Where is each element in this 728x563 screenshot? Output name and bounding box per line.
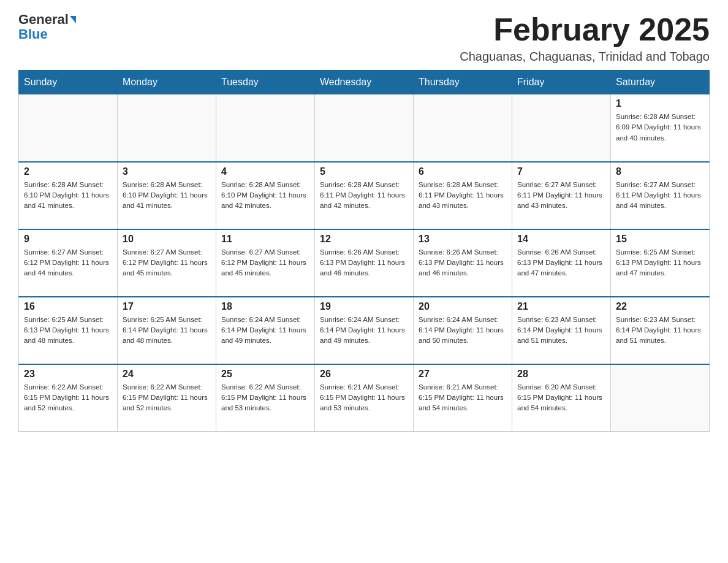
weekday-header: Tuesday — [216, 71, 315, 94]
day-info: Sunrise: 6:21 AM Sunset: 6:15 PM Dayligh… — [419, 382, 507, 414]
calendar-day-cell — [216, 94, 315, 162]
day-info: Sunrise: 6:28 AM Sunset: 6:11 PM Dayligh… — [320, 180, 408, 212]
day-info: Sunrise: 6:23 AM Sunset: 6:14 PM Dayligh… — [616, 315, 704, 347]
logo-blue-text: Blue — [18, 26, 48, 42]
weekday-header: Sunday — [19, 71, 118, 94]
day-info: Sunrise: 6:27 AM Sunset: 6:11 PM Dayligh… — [517, 180, 605, 212]
day-number: 24 — [123, 369, 211, 380]
weekday-header: Monday — [118, 71, 216, 94]
calendar-day-cell — [315, 94, 414, 162]
day-info: Sunrise: 6:28 AM Sunset: 6:11 PM Dayligh… — [419, 180, 507, 212]
day-number: 20 — [419, 301, 507, 312]
day-info: Sunrise: 6:28 AM Sunset: 6:09 PM Dayligh… — [616, 112, 704, 144]
day-info: Sunrise: 6:22 AM Sunset: 6:15 PM Dayligh… — [123, 382, 211, 414]
calendar-day-cell: 26Sunrise: 6:21 AM Sunset: 6:15 PM Dayli… — [315, 364, 414, 432]
logo-general-text: General — [18, 12, 69, 27]
calendar-table: SundayMondayTuesdayWednesdayThursdayFrid… — [18, 70, 710, 432]
calendar-header-row: SundayMondayTuesdayWednesdayThursdayFrid… — [19, 71, 710, 94]
day-number: 1 — [616, 98, 704, 109]
calendar-day-cell — [118, 94, 216, 162]
day-number: 16 — [24, 301, 112, 312]
calendar-day-cell — [414, 94, 512, 162]
day-info: Sunrise: 6:26 AM Sunset: 6:13 PM Dayligh… — [517, 247, 605, 279]
calendar-day-cell: 11Sunrise: 6:27 AM Sunset: 6:12 PM Dayli… — [216, 229, 315, 297]
day-number: 27 — [419, 369, 507, 380]
calendar-day-cell: 19Sunrise: 6:24 AM Sunset: 6:14 PM Dayli… — [315, 297, 414, 364]
day-number: 26 — [320, 369, 408, 380]
day-number: 25 — [221, 369, 309, 380]
day-number: 14 — [517, 234, 605, 245]
day-info: Sunrise: 6:24 AM Sunset: 6:14 PM Dayligh… — [419, 315, 507, 347]
logo-arrow-icon — [70, 16, 76, 23]
calendar-week-row: 2Sunrise: 6:28 AM Sunset: 6:10 PM Daylig… — [19, 162, 710, 229]
calendar-day-cell: 3Sunrise: 6:28 AM Sunset: 6:10 PM Daylig… — [118, 162, 216, 229]
calendar-day-cell: 8Sunrise: 6:27 AM Sunset: 6:11 PM Daylig… — [611, 162, 710, 229]
day-info: Sunrise: 6:25 AM Sunset: 6:13 PM Dayligh… — [616, 247, 704, 279]
day-info: Sunrise: 6:27 AM Sunset: 6:12 PM Dayligh… — [24, 247, 112, 279]
calendar-week-row: 1Sunrise: 6:28 AM Sunset: 6:09 PM Daylig… — [19, 94, 710, 162]
day-info: Sunrise: 6:26 AM Sunset: 6:13 PM Dayligh… — [419, 247, 507, 279]
day-number: 11 — [221, 234, 309, 245]
calendar-day-cell: 17Sunrise: 6:25 AM Sunset: 6:14 PM Dayli… — [118, 297, 216, 364]
day-info: Sunrise: 6:22 AM Sunset: 6:15 PM Dayligh… — [221, 382, 309, 414]
calendar-day-cell: 9Sunrise: 6:27 AM Sunset: 6:12 PM Daylig… — [19, 229, 118, 297]
day-number: 18 — [221, 301, 309, 312]
weekday-header: Saturday — [611, 71, 710, 94]
day-info: Sunrise: 6:27 AM Sunset: 6:11 PM Dayligh… — [616, 180, 704, 212]
day-number: 13 — [419, 234, 507, 245]
day-info: Sunrise: 6:25 AM Sunset: 6:14 PM Dayligh… — [123, 315, 211, 347]
month-title: February 2025 — [460, 12, 710, 47]
day-number: 21 — [517, 301, 605, 312]
calendar-day-cell: 15Sunrise: 6:25 AM Sunset: 6:13 PM Dayli… — [611, 229, 710, 297]
calendar-day-cell: 12Sunrise: 6:26 AM Sunset: 6:13 PM Dayli… — [315, 229, 414, 297]
page-header: General Blue February 2025 Chaguanas, Ch… — [18, 12, 710, 64]
calendar-day-cell: 7Sunrise: 6:27 AM Sunset: 6:11 PM Daylig… — [512, 162, 611, 229]
calendar-day-cell: 25Sunrise: 6:22 AM Sunset: 6:15 PM Dayli… — [216, 364, 315, 432]
calendar-day-cell: 2Sunrise: 6:28 AM Sunset: 6:10 PM Daylig… — [19, 162, 118, 229]
day-info: Sunrise: 6:23 AM Sunset: 6:14 PM Dayligh… — [517, 315, 605, 347]
calendar-day-cell: 5Sunrise: 6:28 AM Sunset: 6:11 PM Daylig… — [315, 162, 414, 229]
calendar-day-cell — [611, 364, 710, 432]
day-number: 8 — [616, 166, 704, 177]
calendar-day-cell: 4Sunrise: 6:28 AM Sunset: 6:10 PM Daylig… — [216, 162, 315, 229]
calendar-day-cell: 27Sunrise: 6:21 AM Sunset: 6:15 PM Dayli… — [414, 364, 512, 432]
day-number: 15 — [616, 234, 704, 245]
calendar-day-cell: 20Sunrise: 6:24 AM Sunset: 6:14 PM Dayli… — [414, 297, 512, 364]
calendar-day-cell: 28Sunrise: 6:20 AM Sunset: 6:15 PM Dayli… — [512, 364, 611, 432]
day-info: Sunrise: 6:21 AM Sunset: 6:15 PM Dayligh… — [320, 382, 408, 414]
day-number: 22 — [616, 301, 704, 312]
day-info: Sunrise: 6:28 AM Sunset: 6:10 PM Dayligh… — [24, 180, 112, 212]
calendar-day-cell: 22Sunrise: 6:23 AM Sunset: 6:14 PM Dayli… — [611, 297, 710, 364]
calendar-day-cell: 13Sunrise: 6:26 AM Sunset: 6:13 PM Dayli… — [414, 229, 512, 297]
calendar-day-cell: 21Sunrise: 6:23 AM Sunset: 6:14 PM Dayli… — [512, 297, 611, 364]
day-info: Sunrise: 6:24 AM Sunset: 6:14 PM Dayligh… — [320, 315, 408, 347]
day-number: 12 — [320, 234, 408, 245]
logo: General Blue — [18, 12, 76, 42]
day-number: 6 — [419, 166, 507, 177]
weekday-header: Thursday — [414, 71, 512, 94]
weekday-header: Friday — [512, 71, 611, 94]
title-area: February 2025 Chaguanas, Chaguanas, Trin… — [460, 12, 710, 64]
day-info: Sunrise: 6:24 AM Sunset: 6:14 PM Dayligh… — [221, 315, 309, 347]
day-info: Sunrise: 6:25 AM Sunset: 6:13 PM Dayligh… — [24, 315, 112, 347]
day-info: Sunrise: 6:27 AM Sunset: 6:12 PM Dayligh… — [123, 247, 211, 279]
calendar-day-cell: 1Sunrise: 6:28 AM Sunset: 6:09 PM Daylig… — [611, 94, 710, 162]
day-number: 3 — [123, 166, 211, 177]
day-number: 19 — [320, 301, 408, 312]
calendar-day-cell: 10Sunrise: 6:27 AM Sunset: 6:12 PM Dayli… — [118, 229, 216, 297]
calendar-day-cell: 6Sunrise: 6:28 AM Sunset: 6:11 PM Daylig… — [414, 162, 512, 229]
weekday-header: Wednesday — [315, 71, 414, 94]
day-number: 2 — [24, 166, 112, 177]
day-number: 5 — [320, 166, 408, 177]
calendar-day-cell: 24Sunrise: 6:22 AM Sunset: 6:15 PM Dayli… — [118, 364, 216, 432]
day-number: 4 — [221, 166, 309, 177]
day-info: Sunrise: 6:26 AM Sunset: 6:13 PM Dayligh… — [320, 247, 408, 279]
calendar-day-cell: 16Sunrise: 6:25 AM Sunset: 6:13 PM Dayli… — [19, 297, 118, 364]
location-subtitle: Chaguanas, Chaguanas, Trinidad and Tobag… — [460, 50, 710, 64]
calendar-week-row: 23Sunrise: 6:22 AM Sunset: 6:15 PM Dayli… — [19, 364, 710, 432]
day-number: 17 — [123, 301, 211, 312]
calendar-day-cell: 14Sunrise: 6:26 AM Sunset: 6:13 PM Dayli… — [512, 229, 611, 297]
day-number: 9 — [24, 234, 112, 245]
day-info: Sunrise: 6:22 AM Sunset: 6:15 PM Dayligh… — [24, 382, 112, 414]
calendar-week-row: 9Sunrise: 6:27 AM Sunset: 6:12 PM Daylig… — [19, 229, 710, 297]
